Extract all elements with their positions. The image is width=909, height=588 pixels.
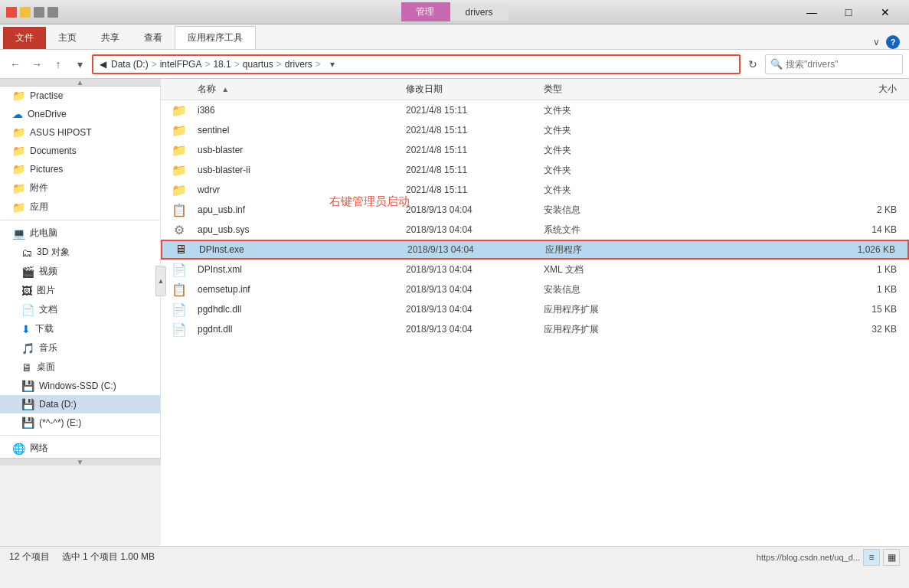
tab-file[interactable]: 文件 (3, 27, 46, 49)
history-button[interactable]: ▾ (70, 55, 89, 74)
file-type: 系统文件 (544, 224, 659, 237)
path-drivers[interactable]: drivers (285, 59, 312, 70)
file-date: 2018/9/13 04:04 (406, 264, 544, 275)
path-quartus[interactable]: quartus (243, 59, 273, 70)
column-header: 名称 ▲ 修改日期 类型 大小 (161, 79, 909, 100)
search-box[interactable]: 🔍 (765, 54, 903, 74)
file-icon: 🖥 (162, 243, 199, 256)
back-button[interactable]: ← (6, 55, 25, 74)
sidebar-item-windows-ssd[interactable]: 💾 Windows-SSD (C:) (0, 377, 160, 395)
sidebar-item-pictures[interactable]: 📁 Pictures (0, 160, 160, 178)
file-row[interactable]: 📁 wdrvr 2021/4/8 15:11 文件夹 (161, 180, 909, 200)
file-date: 2018/9/13 04:04 (406, 224, 544, 235)
file-type: 文件夹 (544, 184, 659, 197)
col-header-size[interactable]: 大小 (659, 83, 909, 96)
file-area: 名称 ▲ 修改日期 类型 大小 📁 i386 2021/4/8 15:11 文件… (161, 79, 909, 546)
folder-icon-asus: 📁 (12, 126, 25, 139)
sidebar-scroll-bottom[interactable]: ▼ (0, 458, 160, 466)
sidebar-label-e-drive: (*^-^*) (E:) (39, 417, 81, 428)
title-icon-down (47, 7, 58, 18)
sidebar-item-documents[interactable]: 📁 Documents (0, 142, 160, 160)
file-type: 应用程序 (545, 243, 660, 256)
sidebar-collapse-arrow[interactable]: ▲ (155, 266, 166, 296)
sidebar-item-video[interactable]: 🎬 视频 (0, 262, 160, 281)
tab-app-tools[interactable]: 应用程序工具 (175, 26, 256, 49)
doc-icon: 📄 (21, 304, 34, 316)
search-input[interactable] (786, 59, 901, 70)
file-row[interactable]: 📁 usb-blaster-ii 2021/4/8 15:11 文件夹 (161, 160, 909, 180)
view-list-button[interactable]: ≡ (863, 549, 880, 566)
tab-drivers[interactable]: drivers (450, 4, 508, 21)
forward-button[interactable]: → (28, 55, 46, 74)
file-icon: 📋 (161, 283, 198, 297)
file-name: apu_usb.inf (198, 204, 406, 215)
breadcrumb-icon: ◀ (100, 59, 106, 70)
sidebar-label-practise: Practise (30, 90, 63, 101)
col-header-name[interactable]: 名称 ▲ (161, 83, 406, 96)
sidebar-item-onedrive[interactable]: ☁ OneDrive (0, 105, 160, 123)
minimize-button[interactable]: — (794, 2, 829, 23)
sidebar-label-music: 音乐 (39, 341, 57, 354)
file-size: 32 KB (659, 324, 909, 335)
sidebar-item-docs[interactable]: 📄 文档 (0, 300, 160, 319)
up-button[interactable]: ↑ (49, 55, 67, 74)
main-layout: ▲ 📁 Practise ☁ OneDrive 📁 ASUS HIPOST 📁 … (0, 79, 909, 546)
sort-arrow: ▲ (221, 85, 229, 93)
sidebar-item-data-d[interactable]: 💾 Data (D:) (0, 395, 160, 413)
file-row[interactable]: 📁 i386 2021/4/8 15:11 文件夹 (161, 100, 909, 120)
sidebar-scroll-top[interactable]: ▲ (0, 79, 160, 87)
maximize-button[interactable]: □ (831, 2, 866, 23)
file-name: i386 (198, 105, 406, 116)
tab-view[interactable]: 查看 (132, 27, 175, 49)
file-type: 安装信息 (544, 283, 659, 296)
sidebar-item-this-pc[interactable]: 💻 此电脑 (0, 224, 160, 243)
file-icon: 📄 (161, 302, 198, 317)
sidebar-divider-2 (0, 435, 160, 436)
file-list: 📁 i386 2021/4/8 15:11 文件夹 📁 sentinel 202… (161, 100, 909, 546)
file-size: 1 KB (659, 264, 909, 275)
col-header-type[interactable]: 类型 (544, 83, 659, 96)
file-name: pgdhdlc.dll (198, 304, 406, 315)
file-row[interactable]: 📄 pgdhdlc.dll 2018/9/13 04:04 应用程序扩展 15 … (161, 299, 909, 319)
file-date: 2018/9/13 04:04 (406, 304, 544, 315)
sidebar-item-3d[interactable]: 🗂 3D 对象 (0, 243, 160, 262)
path-data-d[interactable]: Data (D:) (111, 59, 149, 70)
ribbon-chevron[interactable]: ∨ (873, 37, 880, 47)
close-button[interactable]: ✕ (868, 2, 903, 23)
address-path[interactable]: ◀ Data (D:) > intelFPGA > 18.1 > quartus… (92, 54, 741, 74)
refresh-button[interactable]: ↻ (744, 55, 762, 74)
sidebar-item-practise[interactable]: 📁 Practise (0, 87, 160, 105)
path-18-1[interactable]: 18.1 (213, 59, 231, 70)
sidebar-item-e-drive[interactable]: 💾 (*^-^*) (E:) (0, 413, 160, 432)
sidebar-item-downloads[interactable]: ⬇ 下载 (0, 319, 160, 338)
file-row[interactable]: ⚙ apu_usb.sys 2018/9/13 04:04 系统文件 14 KB (161, 220, 909, 240)
sidebar-item-apps[interactable]: 📁 应用 (0, 198, 160, 217)
sidebar-item-images[interactable]: 🖼 图片 (0, 281, 160, 300)
tab-share[interactable]: 共享 (89, 27, 132, 49)
tab-home[interactable]: 主页 (46, 27, 89, 49)
file-row[interactable]: 🖥 DPInst.exe 2018/9/13 04:04 应用程序 1,026 … (161, 240, 909, 260)
file-row[interactable]: 📁 usb-blaster 2021/4/8 15:11 文件夹 (161, 140, 909, 160)
file-row[interactable]: 📋 apu_usb.inf 2018/9/13 04:04 安装信息 2 KB (161, 200, 909, 220)
sidebar-item-asus[interactable]: 📁 ASUS HIPOST (0, 123, 160, 142)
ribbon: 文件 主页 共享 查看 应用程序工具 ∨ ? (0, 24, 909, 50)
sidebar-item-music[interactable]: 🎵 音乐 (0, 338, 160, 358)
folder-icon-attach: 📁 (12, 182, 25, 194)
view-details-button[interactable]: ▦ (883, 549, 900, 566)
col-header-date[interactable]: 修改日期 (406, 83, 544, 96)
path-intelfpga[interactable]: intelFPGA (160, 59, 202, 70)
file-date: 2018/9/13 04:04 (406, 284, 544, 295)
ribbon-help-icon[interactable]: ? (886, 35, 900, 49)
file-row[interactable]: 📁 sentinel 2021/4/8 15:11 文件夹 (161, 120, 909, 140)
file-date: 2018/9/13 04:04 (407, 244, 545, 255)
file-row[interactable]: 📄 DPInst.xml 2018/9/13 04:04 XML 文档 1 KB (161, 260, 909, 279)
file-row[interactable]: 📄 pgdnt.dll 2018/9/13 04:04 应用程序扩展 32 KB (161, 319, 909, 339)
sidebar-item-desktop[interactable]: 🖥 桌面 (0, 358, 160, 377)
path-dropdown-arrow[interactable]: ▾ (330, 59, 335, 70)
tab-manage[interactable]: 管理 (401, 2, 450, 21)
file-row[interactable]: 📋 oemsetup.inf 2018/9/13 04:04 安装信息 1 KB (161, 279, 909, 299)
sep-5: > (316, 59, 321, 70)
sidebar-item-attachments[interactable]: 📁 附件 (0, 178, 160, 198)
sidebar-divider-1 (0, 220, 160, 220)
sidebar-item-network[interactable]: 🌐 网络 (0, 439, 160, 458)
